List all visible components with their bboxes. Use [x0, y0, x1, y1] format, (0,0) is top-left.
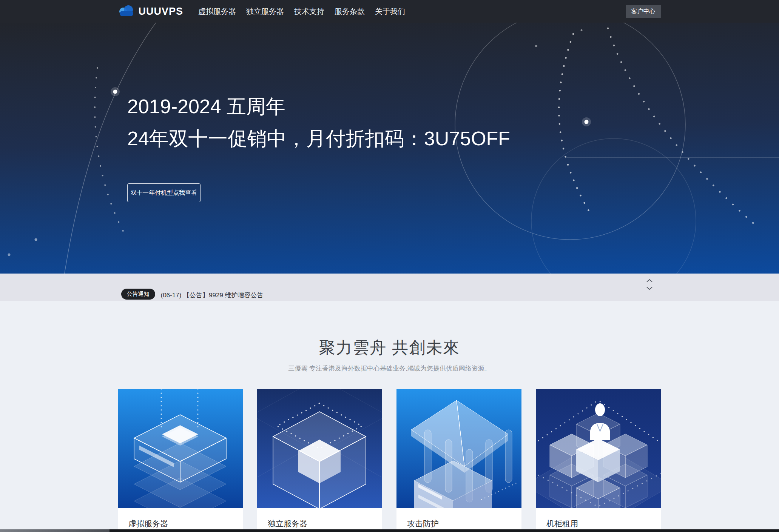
announcement-bar: 公告通知 (06-17) 【公告】9929 维护增容公告 [0, 274, 779, 301]
cloud-icon [118, 5, 135, 18]
main-nav: 虚拟服务器 独立服务器 技术支持 服务条款 关于我们 [198, 6, 405, 17]
chevron-down-icon [646, 286, 653, 291]
service-card-dedicated-server[interactable]: 独立服务器 [257, 389, 382, 532]
nav-item-terms-of-service[interactable]: 服务条款 [335, 6, 365, 17]
card-illustration-cube-cluster-with-person [536, 389, 661, 508]
hero-title-line2: 24年双十一促销中，月付折扣码：3U75OFF [127, 126, 510, 152]
hero-title-line1: 2019-2024 五周年 [127, 94, 285, 120]
card-label: 独立服务器 [257, 508, 382, 529]
nav-item-tech-support[interactable]: 技术支持 [294, 6, 324, 17]
nav-item-dedicated-servers[interactable]: 独立服务器 [246, 6, 284, 17]
bottom-scrollbar[interactable] [0, 529, 779, 532]
hero-section: 2019-2024 五周年 24年双十一促销中，月付折扣码：3U75OFF 双十… [0, 23, 779, 274]
services-subheading: 三優雲 专注香港及海外数据中心基础业务,竭诚为您提供优质网络资源。 [0, 364, 779, 373]
card-illustration-shield-roof-over-pillars [396, 389, 521, 508]
scrollbar-thumb[interactable] [0, 529, 110, 532]
logo[interactable]: UUUVPS [118, 5, 184, 18]
services-heading: 聚力雲舟 共創未來 [0, 337, 779, 359]
announcement-message[interactable]: (06-17) 【公告】9929 维护增容公告 [161, 291, 264, 300]
services-cards: 虚拟服务器 独立服务器 [118, 389, 661, 532]
announcement-prev-button[interactable] [646, 279, 653, 283]
client-center-button[interactable]: 客户中心 [626, 5, 661, 18]
announcement-next-button[interactable] [646, 286, 653, 290]
service-card-cabinet-rental[interactable]: 机柜租用 [536, 389, 661, 532]
services-section: 聚力雲舟 共創未來 三優雲 专注香港及海外数据中心基础业务,竭诚为您提供优质网络… [0, 301, 779, 529]
header: UUUVPS 虚拟服务器 独立服务器 技术支持 服务条款 关于我们 客户中心 [0, 0, 779, 23]
logo-text: UUUVPS [139, 6, 184, 17]
card-illustration-stacked-server-layers [118, 389, 243, 508]
card-label: 攻击防护 [396, 508, 521, 529]
nav-item-about-us[interactable]: 关于我们 [375, 6, 405, 17]
card-label: 虚拟服务器 [118, 508, 243, 529]
card-illustration-cube-in-cube [257, 389, 382, 508]
nav-item-virtual-servers[interactable]: 虚拟服务器 [198, 6, 236, 17]
chevron-up-icon [646, 278, 653, 284]
announcement-badge: 公告通知 [121, 289, 155, 300]
service-card-attack-protection[interactable]: 攻击防护 [396, 389, 521, 532]
hero-cta-button[interactable]: 双十一年付机型点我查看 [127, 183, 201, 202]
service-card-virtual-server[interactable]: 虚拟服务器 [118, 389, 243, 532]
card-label: 机柜租用 [536, 508, 661, 529]
